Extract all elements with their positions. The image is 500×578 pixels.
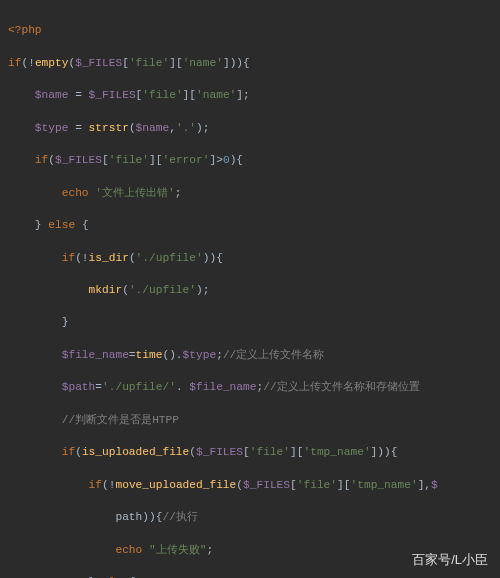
code-line: echo '文件上传出错'; xyxy=(8,185,492,201)
code-line: if(!empty($_FILES['file']['name'])){ xyxy=(8,55,492,71)
code-line: //判断文件是否是HTPP xyxy=(8,412,492,428)
code-line: $name = $_FILES['file']['name']; xyxy=(8,87,492,103)
code-editor: <?php if(!empty($_FILES['file']['name'])… xyxy=(0,0,500,578)
code-line: } xyxy=(8,314,492,330)
code-line: $type = strstr($name,'.'); xyxy=(8,120,492,136)
code-line: <?php xyxy=(8,22,492,38)
code-line: $path='./upfile/'. $file_name;//定义上传文件名称… xyxy=(8,379,492,395)
code-line: mkdir('./upfile'); xyxy=(8,282,492,298)
code-line: if($_FILES['file']['error']>0){ xyxy=(8,152,492,168)
code-line: } else{ xyxy=(8,574,492,578)
code-line: if(!is_dir('./upfile')){ xyxy=(8,250,492,266)
code-line: echo "上传失败"; xyxy=(8,542,492,558)
code-line: } else { xyxy=(8,217,492,233)
code-line: if(!move_uploaded_file($_FILES['file']['… xyxy=(8,477,492,493)
code-line: path)){//执行 xyxy=(8,509,492,525)
code-line: $file_name=time().$type;//定义上传文件名称 xyxy=(8,347,492,363)
code-line: if(is_uploaded_file($_FILES['file']['tmp… xyxy=(8,444,492,460)
